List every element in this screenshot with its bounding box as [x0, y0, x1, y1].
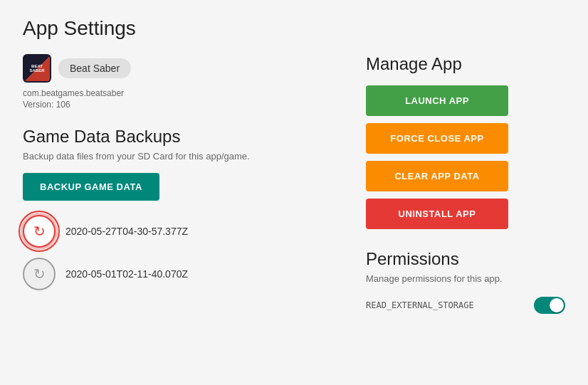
- app-logo-inner: BEATSABER: [24, 56, 50, 81]
- page-title: App Settings: [23, 17, 565, 40]
- clear-app-data-button[interactable]: CLEAR APP DATA: [366, 161, 508, 191]
- app-version: Version: 106: [23, 100, 337, 110]
- backup-item-2: ↻ 2020-05-01T02-11-40.070Z: [23, 258, 337, 290]
- app-logo: BEATSABER: [23, 54, 51, 83]
- uninstall-app-button[interactable]: UNINSTALL APP: [366, 199, 508, 229]
- restore-button-2[interactable]: ↻: [23, 258, 56, 290]
- right-panel: Manage App LAUNCH APP FORCE CLOSE APP CL…: [366, 54, 565, 317]
- backup-section-title: Game Data Backups: [23, 127, 337, 147]
- manage-app-title: Manage App: [366, 54, 565, 74]
- restore-button-1[interactable]: ↻: [23, 215, 56, 248]
- app-info: BEATSABER Beat Saber: [23, 54, 337, 83]
- backup-timestamp-1: 2020-05-27T04-30-57.377Z: [65, 226, 188, 237]
- app-package: com.beatgames.beatsaber: [23, 88, 337, 98]
- permission-toggle[interactable]: [534, 297, 565, 314]
- backup-list: ↻ 2020-05-27T04-30-57.377Z ↻ 2020-05-01T…: [23, 215, 337, 290]
- force-close-app-button[interactable]: FORCE CLOSE APP: [366, 123, 508, 154]
- app-name-badge: Beat Saber: [58, 58, 131, 78]
- permissions-desc: Manage permissions for this app.: [366, 273, 565, 284]
- restore-btn-wrapper: ↻: [23, 215, 56, 248]
- backup-item: ↻ 2020-05-27T04-30-57.377Z: [23, 215, 337, 248]
- backup-game-data-button[interactable]: BACKUP GAME DATA: [23, 173, 159, 201]
- backup-section-desc: Backup data files from your SD Card for …: [23, 151, 337, 162]
- refresh-icon-1: ↻: [33, 223, 46, 240]
- refresh-icon-2: ↻: [33, 265, 46, 283]
- launch-app-button[interactable]: LAUNCH APP: [366, 85, 508, 116]
- permission-name: READ_EXTERNAL_STORAGE: [366, 300, 474, 310]
- permission-item: READ_EXTERNAL_STORAGE: [366, 294, 565, 317]
- left-panel: BEATSABER Beat Saber com.beatgames.beats…: [23, 54, 337, 317]
- permissions-title: Permissions: [366, 249, 565, 269]
- manage-buttons: LAUNCH APP FORCE CLOSE APP CLEAR APP DAT…: [366, 85, 565, 229]
- backup-timestamp-2: 2020-05-01T02-11-40.070Z: [65, 268, 188, 280]
